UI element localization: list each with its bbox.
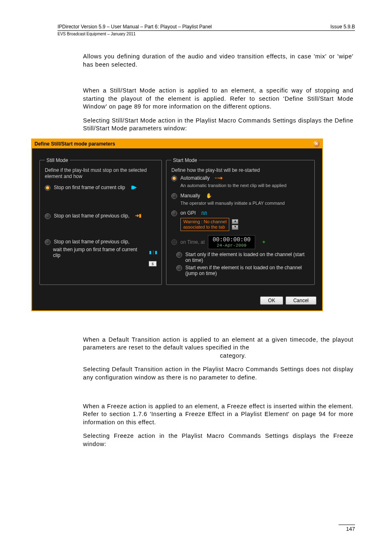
gpi-icon: ⎍⎍ xyxy=(201,210,208,216)
still-opt-last-frame[interactable]: Stop on last frame of previous clip, ➔▮ xyxy=(45,213,157,219)
radio-icon xyxy=(171,239,177,245)
timecode-value: 00:00:00:00 xyxy=(212,236,250,243)
start-sub-starteven[interactable]: Start even if the element is not loaded … xyxy=(176,265,309,276)
header-sub: EVS Broadcast Equipment – January 2011 xyxy=(58,32,355,36)
start-opt-gpi-label: on GPI xyxy=(180,210,196,216)
header-right: Issue 5.9.B xyxy=(330,24,355,30)
dialog-footer: OK Cancel xyxy=(32,292,322,310)
para-stillstart-intro: When a Still/Start Mode action is applie… xyxy=(83,87,353,111)
para-stillstart-select: Selecting Still/Start Mode action in the… xyxy=(83,117,353,133)
start-opt-manual[interactable]: Manually ✋ xyxy=(171,193,309,199)
still-opt-wait-jump[interactable]: Stop on last frame of previous clip, xyxy=(45,239,157,245)
radio-icon[interactable] xyxy=(171,176,177,181)
radio-icon[interactable] xyxy=(176,252,182,258)
hand-icon: ✋ xyxy=(205,193,212,199)
gpi-warning-line2: associated to the tab xyxy=(183,224,226,230)
start-opt-auto-sub: An automatic transition to the next clip… xyxy=(180,183,309,189)
radio-icon[interactable] xyxy=(171,210,177,216)
still-opt-first-frame[interactable]: Stop on first frame of current clip ▮▶ xyxy=(45,185,157,191)
ok-button[interactable]: OK xyxy=(260,296,283,305)
page-header: IPDirector Version 5.9 – User Manual – P… xyxy=(58,24,355,31)
cancel-button[interactable]: Cancel xyxy=(286,296,316,305)
radio-icon[interactable] xyxy=(45,239,51,245)
page-number: 147 xyxy=(339,525,355,532)
start-sub-startonly[interactable]: Start only if the element is loaded on t… xyxy=(176,252,309,263)
gpi-warning-line1: Warning : No channel xyxy=(183,219,226,224)
radio-icon[interactable] xyxy=(45,213,51,219)
auto-arrow-icon: ⋯➔ xyxy=(214,175,222,181)
start-mode-group: Start Mode Define how the play-list will… xyxy=(166,157,315,285)
last-frame-icon: ➔▮ xyxy=(134,213,142,219)
close-icon[interactable]: ✕ xyxy=(313,141,320,147)
start-sub-startonly-label: Start only if the element is loaded on t… xyxy=(185,252,309,263)
start-opt-ontime-label: on Time, at xyxy=(180,239,205,245)
still-mode-group: Still Mode Define if the play-list must … xyxy=(39,157,162,285)
start-opt-manual-label: Manually xyxy=(180,193,200,199)
para-default-transition-2: category. xyxy=(83,352,353,360)
still-opt-first-frame-label: Stop on first frame of current clip xyxy=(54,185,125,190)
gpi-warning: Warning : No channel associated to the t… xyxy=(180,218,229,231)
define-stillstart-dialog: Define Still/Start mode parameters ✕ Sti… xyxy=(31,139,323,311)
dialog-titlebar: Define Still/Start mode parameters ✕ xyxy=(32,139,322,148)
timecode-date: 24-Apr-2009 xyxy=(212,243,250,248)
para-duration: Allows you defining duration of the audi… xyxy=(83,53,353,69)
still-opt-last-frame-label: Stop on last frame of previous clip, xyxy=(54,213,129,219)
start-opt-ontime: on Time, at 00:00:00:00 24-Apr-2009 ✦ xyxy=(171,235,309,249)
start-opt-auto-label: Automatically xyxy=(180,175,210,181)
start-opt-gpi[interactable]: on GPI ⎍⎍ xyxy=(171,210,309,216)
start-opt-auto[interactable]: Automatically ⋯➔ xyxy=(171,175,309,181)
radio-icon[interactable] xyxy=(176,265,182,271)
wait-jump-icon: ▮⋮▮ xyxy=(149,250,157,255)
still-mode-desc: Define if the play-list must stop on the… xyxy=(45,167,157,180)
radio-icon[interactable] xyxy=(171,193,177,199)
dialog-title: Define Still/Start mode parameters xyxy=(35,141,115,147)
header-left: IPDirector Version 5.9 – User Manual – P… xyxy=(58,24,212,30)
still-opt-wait-jump-label2: wait then jump on first frame of current… xyxy=(53,247,145,258)
para-default-transition-3: Selecting Default Transition action in t… xyxy=(83,365,353,382)
first-frame-icon: ▮▶ xyxy=(130,185,137,190)
still-opt-wait-jump-label1: Stop on last frame of previous clip, xyxy=(54,239,129,245)
start-opt-manual-sub: The operator will manually initiate a PL… xyxy=(180,201,309,206)
para-freeze-2: Selecting Freeze action in the Playlist … xyxy=(83,432,353,448)
timecode-field[interactable]: 00:00:00:00 24-Apr-2009 xyxy=(208,235,255,249)
para-freeze-1: When a Freeze action is applied to an el… xyxy=(83,402,353,427)
start-mode-desc: Define how the play-list will be re-star… xyxy=(171,167,309,173)
gpi-spinner[interactable]: ▲ ▼ xyxy=(232,219,238,230)
time-picker-icon[interactable]: ✦ xyxy=(260,239,267,245)
radio-icon[interactable] xyxy=(45,185,51,191)
para-default-transition-1: When a Default Transition action is appl… xyxy=(83,336,353,352)
start-mode-legend: Start Mode xyxy=(171,157,199,163)
s-button[interactable]: s xyxy=(149,261,157,266)
spinner-up-icon[interactable]: ▲ xyxy=(232,219,238,224)
still-mode-legend: Still Mode xyxy=(45,157,70,163)
start-sub-starteven-label: Start even if the element is not loaded … xyxy=(185,265,309,276)
spinner-down-icon[interactable]: ▼ xyxy=(232,225,238,230)
